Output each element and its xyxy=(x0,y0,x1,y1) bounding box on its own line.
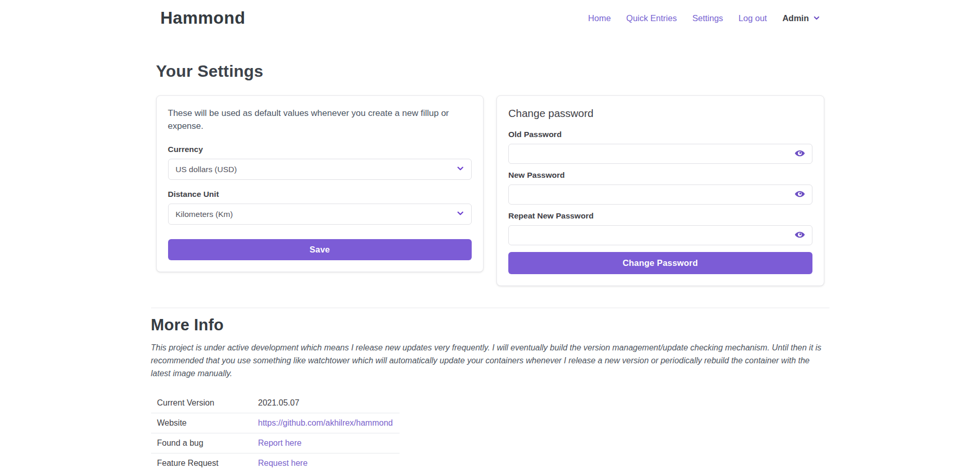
page-title: Your Settings xyxy=(156,62,829,81)
distance-unit-field-group: Distance Unit Kilometers (Km) xyxy=(168,190,472,225)
repeat-new-password-input[interactable] xyxy=(508,225,812,245)
repeat-new-password-label: Repeat New Password xyxy=(508,211,812,221)
distance-unit-selected-value: Kilometers (Km) xyxy=(176,210,233,219)
new-password-label: New Password xyxy=(508,171,812,180)
nav-item-quick-entries[interactable]: Quick Entries xyxy=(626,13,677,23)
currency-selected-value: US dollars (USD) xyxy=(176,165,237,174)
repeat-new-password-field-wrap xyxy=(508,225,812,245)
settings-page: Your Settings These will be used as defa… xyxy=(151,62,829,471)
change-password-button[interactable]: Change Password xyxy=(508,252,812,274)
chevron-down-icon xyxy=(812,14,821,22)
table-row: Website https://github.com/akhilrex/hamm… xyxy=(151,413,400,433)
toggle-old-password-visibility-button[interactable] xyxy=(794,148,806,160)
info-label: Website xyxy=(151,413,252,433)
chevron-down-icon xyxy=(456,209,465,220)
more-info-title: More Info xyxy=(151,316,829,334)
change-password-title: Change password xyxy=(508,107,812,120)
nav-item-logout[interactable]: Log out xyxy=(739,13,767,23)
eye-icon xyxy=(794,229,805,242)
info-label: Feature Request xyxy=(151,453,252,471)
top-navbar: Hammond Home Quick Entries Settings Log … xyxy=(0,0,980,36)
old-password-input[interactable] xyxy=(508,144,812,164)
change-password-card: Change password Old Password New Passwor… xyxy=(496,95,824,286)
default-values-card: These will be used as default values whe… xyxy=(156,95,484,272)
info-label: Current Version xyxy=(151,393,252,413)
distance-unit-select[interactable]: Kilometers (Km) xyxy=(168,204,472,225)
table-row: Found a bug Report here xyxy=(151,433,400,453)
distance-unit-label: Distance Unit xyxy=(168,190,472,199)
new-password-field-wrap xyxy=(508,184,812,205)
toggle-repeat-password-visibility-button[interactable] xyxy=(794,230,806,241)
more-info-note: This project is under active development… xyxy=(151,341,829,380)
currency-label: Currency xyxy=(168,145,472,154)
feature-request-link[interactable]: Request here xyxy=(258,459,308,467)
website-link[interactable]: https://github.com/akhilrex/hammond xyxy=(258,418,393,427)
save-button[interactable]: Save xyxy=(168,239,472,260)
nav-item-home[interactable]: Home xyxy=(588,13,611,23)
more-info-table: Current Version 2021.05.07 Website https… xyxy=(151,393,400,471)
toggle-new-password-visibility-button[interactable] xyxy=(794,189,806,200)
currency-field-group: Currency US dollars (USD) xyxy=(168,145,472,180)
eye-icon xyxy=(794,189,805,201)
user-menu-label: Admin xyxy=(783,13,809,23)
info-value: 2021.05.07 xyxy=(258,398,300,407)
chevron-down-icon xyxy=(456,164,465,175)
new-password-input[interactable] xyxy=(508,184,812,205)
table-row: Current Version 2021.05.07 xyxy=(151,393,400,413)
table-row: Feature Request Request here xyxy=(151,453,400,471)
default-values-description: These will be used as default values whe… xyxy=(168,107,464,132)
old-password-label: Old Password xyxy=(508,130,812,139)
report-bug-link[interactable]: Report here xyxy=(258,439,302,447)
brand-logo[interactable]: Hammond xyxy=(160,8,245,28)
settings-cards-row: These will be used as default values whe… xyxy=(151,95,829,286)
eye-icon xyxy=(794,148,805,160)
old-password-field-wrap xyxy=(508,144,812,164)
main-nav: Home Quick Entries Settings Log out Admi… xyxy=(588,13,821,23)
currency-select[interactable]: US dollars (USD) xyxy=(168,159,472,180)
section-divider xyxy=(151,308,829,308)
nav-item-settings[interactable]: Settings xyxy=(692,13,723,23)
info-label: Found a bug xyxy=(151,433,252,453)
user-menu-dropdown[interactable]: Admin xyxy=(783,13,821,23)
